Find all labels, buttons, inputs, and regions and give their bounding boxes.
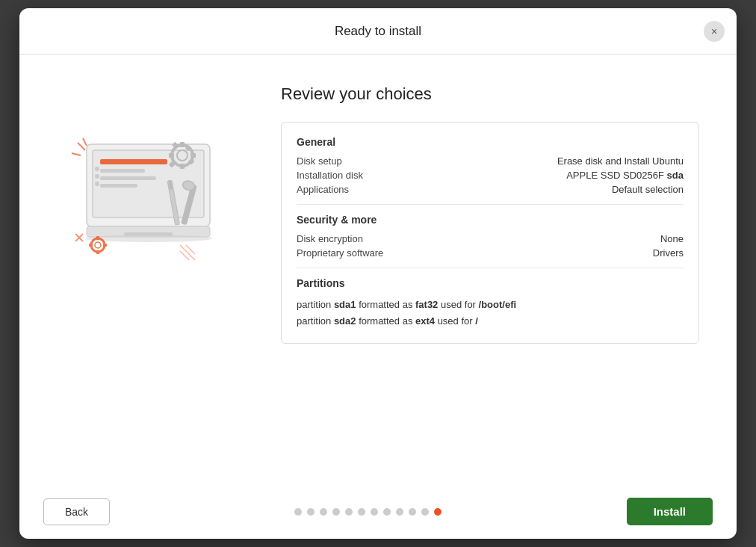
disk-encryption-label: Disk encryption	[297, 233, 363, 244]
partitions-text: partition sda1 formatted as fat32 used f…	[297, 297, 684, 330]
partition-1: partition sda1 formatted as fat32 used f…	[297, 297, 684, 313]
progress-dots	[294, 508, 441, 516]
dot-7	[371, 508, 378, 516]
svg-point-6	[95, 167, 99, 171]
general-section-title: General	[297, 136, 684, 148]
dialog-header: Ready to install ×	[19, 8, 737, 55]
svg-line-27	[72, 153, 81, 155]
proprietary-software-value: Drivers	[653, 247, 684, 259]
dot-10	[409, 508, 416, 516]
dialog-body: Review your choices General Disk setup E…	[19, 55, 737, 484]
proprietary-software-label: Proprietary software	[297, 247, 383, 259]
divider-1	[297, 204, 684, 205]
dot-4	[332, 508, 340, 516]
disk-encryption-row: Disk encryption None	[297, 233, 684, 244]
ubuntu-install-illustration	[64, 99, 244, 271]
svg-point-13	[177, 150, 188, 161]
back-button[interactable]: Back	[43, 498, 110, 525]
svg-rect-14	[180, 142, 185, 147]
installation-disk-value: APPLE SSD SD0256F sda	[566, 170, 684, 181]
partition-2: partition sda2 formatted as ext4 used fo…	[297, 313, 684, 330]
content-area: Review your choices General Disk setup E…	[281, 84, 699, 344]
dot-12-active	[434, 508, 441, 516]
dot-8	[383, 508, 391, 516]
applications-row: Applications Default selection	[297, 184, 684, 195]
disk-setup-row: Disk setup Erase disk and Install Ubuntu	[297, 155, 684, 167]
svg-rect-2	[100, 159, 167, 164]
illustration-area	[57, 84, 251, 271]
svg-rect-33	[103, 244, 107, 247]
svg-rect-17	[169, 153, 174, 158]
dialog-footer: Back Install	[19, 484, 737, 539]
dot-11	[421, 508, 429, 516]
disk-encryption-value: None	[660, 233, 684, 244]
svg-rect-4	[100, 176, 156, 180]
svg-line-26	[78, 143, 85, 150]
svg-rect-34	[89, 244, 93, 247]
dot-2	[307, 508, 315, 516]
svg-line-28	[83, 138, 87, 146]
svg-rect-32	[96, 250, 99, 254]
proprietary-software-row: Proprietary software Drivers	[297, 247, 684, 259]
dialog-window: Ready to install ×	[19, 8, 737, 539]
close-button[interactable]: ×	[704, 21, 725, 42]
dot-6	[358, 508, 365, 516]
section-heading: Review your choices	[281, 84, 699, 104]
svg-rect-16	[190, 153, 196, 158]
applications-value: Default selection	[612, 184, 684, 195]
svg-point-30	[95, 242, 101, 248]
svg-point-8	[95, 182, 99, 186]
disk-setup-label: Disk setup	[297, 155, 342, 167]
dot-3	[320, 508, 327, 516]
review-box: General Disk setup Erase disk and Instal…	[281, 122, 699, 344]
divider-2	[297, 268, 684, 268]
applications-label: Applications	[297, 184, 349, 195]
installation-disk-label: Installation disk	[297, 170, 363, 181]
partitions-section-title: Partitions	[297, 277, 684, 289]
dialog-title: Ready to install	[335, 24, 421, 39]
svg-rect-3	[100, 169, 145, 173]
install-button[interactable]: Install	[627, 498, 713, 525]
disk-setup-value: Erase disk and Install Ubuntu	[557, 155, 684, 167]
installation-disk-row: Installation disk APPLE SSD SD0256F sda	[297, 170, 684, 181]
dot-1	[294, 508, 302, 516]
svg-rect-5	[100, 184, 137, 188]
svg-point-7	[95, 174, 99, 179]
svg-rect-31	[96, 236, 99, 240]
dot-9	[396, 508, 403, 516]
svg-rect-15	[180, 164, 185, 169]
dot-5	[345, 508, 353, 516]
security-section-title: Security & more	[297, 214, 684, 226]
